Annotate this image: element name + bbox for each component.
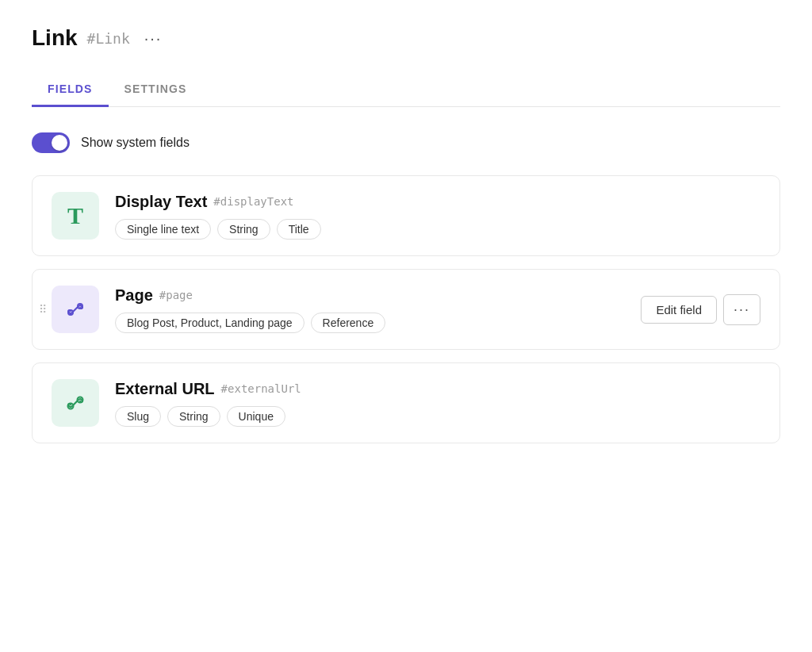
tag-title: Title (277, 219, 321, 240)
tab-settings[interactable]: SETTINGS (109, 73, 203, 107)
field-actions-page: Edit field ··· (641, 294, 760, 325)
field-name-row: Display Text #displayText (115, 193, 760, 211)
field-tags-external-url: Slug String Unique (115, 406, 760, 427)
drag-handle[interactable]: ⠿ (39, 303, 48, 316)
field-name: Display Text (115, 193, 207, 211)
field-info-page: Page #page Blog Post, Product, Landing p… (115, 286, 625, 333)
field-tags-page: Blog Post, Product, Landing page Referen… (115, 313, 625, 333)
field-hash-page: #page (159, 289, 193, 301)
toggle-knob (52, 135, 67, 151)
page-header: Link #Link ··· (32, 25, 780, 51)
tag-string: String (217, 219, 270, 240)
page-title: Link (32, 25, 78, 51)
tag-unique: Unique (227, 406, 285, 427)
fields-list: T Display Text #displayText Single line … (32, 175, 780, 443)
field-info-display-text: Display Text #displayText Single line te… (115, 193, 760, 240)
relation-icon (63, 297, 87, 321)
chain-link-icon (63, 390, 88, 416)
field-icon-external-url (52, 379, 99, 427)
field-hash: #displayText (213, 195, 293, 208)
page-field-more-button[interactable]: ··· (723, 294, 760, 325)
field-info-external-url: External URL #externalUrl Slug String Un… (115, 380, 760, 427)
text-icon: T (67, 202, 83, 229)
field-tags-display-text: Single line text String Title (115, 219, 760, 240)
header-more-button[interactable]: ··· (140, 28, 167, 49)
tag-blog-product-landing: Blog Post, Product, Landing page (115, 313, 304, 333)
tabs: FIELDS SETTINGS (32, 73, 780, 107)
tag-reference: Reference (311, 313, 386, 333)
tag-slug: Slug (115, 406, 161, 427)
field-card-display-text: T Display Text #displayText Single line … (32, 175, 780, 256)
field-name-row-external-url: External URL #externalUrl (115, 380, 760, 398)
field-name-external-url: External URL (115, 380, 215, 398)
field-name-row-page: Page #page (115, 286, 625, 305)
field-hash-external-url: #externalUrl (221, 382, 301, 395)
field-name-page: Page (115, 286, 153, 305)
tab-fields[interactable]: FIELDS (32, 73, 109, 107)
edit-field-button[interactable]: Edit field (641, 296, 717, 324)
show-system-fields-toggle[interactable] (32, 132, 70, 153)
field-card-page: ⠿ Page #page Blog Post, Product, Landing… (32, 269, 780, 350)
toggle-row: Show system fields (32, 132, 780, 153)
tag-string-ext: String (167, 406, 220, 427)
field-icon-display-text: T (52, 192, 99, 240)
page-hash: #Link (87, 30, 130, 47)
toggle-label: Show system fields (81, 136, 190, 150)
field-icon-page (52, 286, 99, 333)
field-card-external-url: External URL #externalUrl Slug String Un… (32, 362, 780, 443)
tag-single-line-text: Single line text (115, 219, 211, 240)
